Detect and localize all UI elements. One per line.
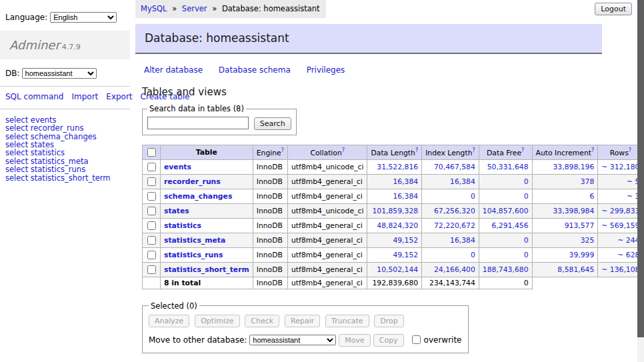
rows-link[interactable]: ~ 569,159 [601,221,639,230]
column-header-auto-increment: Auto Increment? [532,145,598,159]
db-select[interactable]: homeassistant [22,68,97,79]
table-name-link[interactable]: statistics_short_term [164,265,249,274]
sidebar-item-select-recorder-runs[interactable]: select recorder_runs [5,124,125,132]
row-checkbox[interactable] [147,251,156,259]
table-name-link[interactable]: events [164,163,191,171]
auto-increment-link[interactable]: 913,577 [565,221,595,230]
help-icon[interactable]: ? [629,147,631,153]
auto-increment-link[interactable]: 378 [581,177,595,186]
auto-increment-link[interactable]: 33,898,196 [553,163,594,171]
data-length-link[interactable]: 16,384 [393,192,418,201]
index-length-link[interactable]: 70,467,584 [434,163,475,171]
data-free-link[interactable]: 104,857,600 [483,207,529,215]
rows-link[interactable]: ~ 312,180 [601,163,639,171]
app-name: Adminer [9,38,60,52]
table-name-link[interactable]: statistics_meta [164,236,225,245]
data-length-link[interactable]: 48,824,320 [377,221,418,230]
help-icon[interactable]: ? [473,147,475,153]
sidebar-link-sql-command[interactable]: SQL command [5,92,63,101]
sidebar-item-select-statistics-runs[interactable]: select statistics_runs [5,165,125,173]
auto-increment-link[interactable]: 39,999 [569,251,595,259]
index-length-link[interactable]: 67,256,320 [434,207,475,215]
vertical-scrollbar[interactable] [637,0,644,362]
table-name-link[interactable]: schema_changes [164,192,232,201]
language-select[interactable]: English [50,12,117,23]
breadcrumb-link-server[interactable]: Server [182,4,207,13]
index-length-cell: 16,384 [422,233,479,247]
drop-button[interactable]: Drop [374,315,403,327]
row-checkbox[interactable] [147,207,156,215]
auto-increment-link[interactable]: 6 [589,192,594,201]
table-name-link[interactable]: recorder_runs [164,177,221,186]
index-length-link[interactable]: 16,384 [450,177,475,186]
data-free-link[interactable]: 188,743,680 [483,265,529,274]
row-checkbox[interactable] [147,177,156,186]
help-icon[interactable]: ? [521,147,524,153]
index-length-link[interactable]: 72,220,672 [434,221,475,230]
privileges-link[interactable]: Privileges [307,65,345,75]
table-name-link[interactable]: statistics_runs [164,251,223,259]
row-checkbox[interactable] [147,163,156,171]
auto-increment-link[interactable]: 8,581,645 [557,265,594,274]
row-checkbox-cell [143,218,161,233]
truncate-button[interactable]: Truncate [325,315,369,327]
data-length-link[interactable]: 49,152 [393,236,418,245]
copy-button[interactable]: Copy [373,334,404,347]
data-free-link[interactable]: 50,331,648 [487,163,529,171]
move-button[interactable]: Move [339,334,371,347]
data-free-link[interactable]: 0 [524,236,529,245]
index-length-link[interactable]: 24,166,400 [434,265,475,274]
scrollbar-thumb[interactable] [637,0,644,337]
data-free-link[interactable]: 0 [524,192,529,201]
search-button[interactable]: Search [254,117,291,130]
help-icon[interactable]: ? [342,147,345,153]
rows-link[interactable]: ~ 628 [617,251,639,259]
help-icon[interactable]: ? [415,147,418,153]
rows-link[interactable]: ~ 244 [617,236,639,245]
sidebar-item-select-statistics-short-term[interactable]: select statistics_short_term [5,174,125,182]
data-length-link[interactable]: 49,152 [393,251,418,259]
table-name-link[interactable]: states [164,207,189,215]
overwrite-checkbox[interactable] [412,335,421,344]
optimize-button[interactable]: Optimize [195,315,239,327]
row-checkbox[interactable] [147,221,156,230]
row-checkbox[interactable] [147,265,156,274]
breadcrumb-link-mysql[interactable]: MySQL [141,4,167,13]
footer-collation-cell: utf8mb4_general_ci [288,277,367,289]
alter-database-link[interactable]: Alter database [144,65,203,75]
index-length-link[interactable]: 16,384 [450,236,475,245]
select-all-checkbox[interactable] [147,148,156,157]
row-checkbox[interactable] [147,236,156,245]
row-checkbox-cell [143,189,161,203]
table-name-link[interactable]: statistics [164,221,201,230]
auto-increment-link[interactable]: 33,398,984 [553,207,594,215]
data-length-link[interactable]: 101,859,328 [372,207,418,215]
index-length-link[interactable]: 0 [471,251,475,259]
search-input[interactable] [147,117,249,129]
help-icon[interactable]: ? [591,147,594,153]
repair-button[interactable]: Repair [285,315,320,327]
sidebar-item-select-statistics[interactable]: select statistics [5,149,125,157]
data-length-link[interactable]: 16,384 [393,177,418,186]
database-schema-link[interactable]: Database schema [219,65,291,75]
index-length-link[interactable]: 0 [471,192,475,201]
data-free-link[interactable]: 6,291,456 [492,221,529,230]
rows-link[interactable]: ~ 299,833 [601,207,639,215]
row-checkbox[interactable] [147,192,156,201]
index-length-cell: 72,220,672 [422,218,479,233]
auto-increment-cell: 33,398,984 [532,203,598,218]
sidebar-divider [0,86,130,87]
check-button[interactable]: Check [245,315,279,327]
sidebar-link-export[interactable]: Export [106,92,132,101]
move-database-select[interactable]: homeassistant [249,335,336,345]
rows-cell: ~ 136,108 [598,262,643,277]
auto-increment-link[interactable]: 325 [581,236,595,245]
data-length-link[interactable]: 31,522,816 [377,163,418,171]
help-icon[interactable]: ? [281,147,284,153]
sidebar-link-import[interactable]: Import [71,92,98,101]
data-length-link[interactable]: 10,502,144 [377,265,418,274]
data-free-link[interactable]: 0 [524,251,529,259]
data-free-link[interactable]: 0 [524,177,529,186]
analyze-button[interactable]: Analyze [149,315,189,327]
rows-link[interactable]: ~ 136,108 [601,265,639,274]
